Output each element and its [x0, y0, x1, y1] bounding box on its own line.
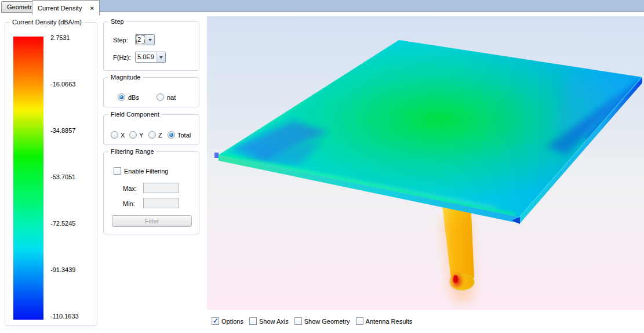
colorbar-tick-3: -53.7051 — [50, 173, 96, 180]
radio-total[interactable] — [168, 131, 175, 139]
field-component-group: Field Component X Y Z Total — [103, 114, 199, 145]
antenna-3d-render — [207, 16, 644, 310]
radio-x[interactable] — [111, 131, 118, 139]
min-label: Min: — [123, 200, 135, 207]
plate-top-face — [219, 40, 642, 217]
show-axis-label: Show Axis — [259, 318, 289, 325]
colorbar-group: Current Density (dBA/m) 2.7531 -16.0663 … — [5, 22, 97, 326]
chevron-down-icon — [159, 56, 163, 59]
radio-dbs-label: dBs — [128, 94, 139, 101]
max-input[interactable] — [143, 183, 179, 193]
freq-label: F(Hz): — [113, 54, 131, 61]
viewport-toolbar: Options Show Axis Show Geometry Antenna … — [212, 317, 412, 325]
tab-current-density[interactable]: Current Density × — [32, 0, 100, 15]
radio-nat-label: nat — [167, 94, 176, 101]
max-label: Max: — [123, 185, 137, 192]
field-component-group-title: Field Component — [108, 111, 162, 118]
freq-dropdown-button[interactable] — [157, 52, 165, 62]
freq-dropdown-value: 5.0E9 — [136, 52, 157, 62]
step-group-title: Step — [108, 18, 126, 25]
step-dropdown[interactable]: 2 — [135, 34, 155, 45]
colorbar-group-title: Current Density (dBA/m) — [10, 19, 84, 26]
colorbar-tick-1: -16.0663 — [50, 81, 96, 88]
step-dropdown-value: 2 — [136, 35, 145, 45]
enable-filtering-label: Enable Filtering — [124, 168, 168, 175]
show-axis-checkbox[interactable] — [249, 317, 257, 325]
colorbar-tick-2: -34.8857 — [50, 127, 96, 134]
options-label: Options — [221, 318, 243, 325]
probe-cylinder — [442, 201, 474, 303]
radio-z-label: Z — [158, 132, 162, 139]
min-input[interactable] — [143, 198, 179, 208]
radio-y-label: Y — [139, 132, 143, 139]
show-geometry-checkbox[interactable] — [294, 317, 302, 325]
colorbar-tick-5: -91.3439 — [50, 266, 96, 273]
radio-total-label: Total — [177, 132, 191, 139]
close-tab-icon[interactable]: × — [90, 5, 93, 11]
show-geometry-label: Show Geometry — [304, 318, 350, 325]
application-window: Geometry Current Density × Current Densi… — [0, 0, 644, 333]
colorbar-tick-6: -110.1633 — [50, 313, 96, 320]
step-label: Step: — [113, 37, 128, 44]
tab-current-density-label: Current Density — [38, 5, 82, 12]
antenna-results-label: Antenna Results — [366, 318, 413, 325]
enable-filtering-checkbox[interactable] — [114, 167, 121, 175]
render-viewport[interactable] — [207, 16, 644, 310]
radio-nat[interactable] — [157, 93, 164, 101]
antenna-results-checkbox[interactable] — [356, 317, 363, 325]
colorbar-tick-4: -72.5245 — [50, 220, 96, 227]
freq-dropdown[interactable]: 5.0E9 — [135, 52, 166, 63]
chevron-down-icon — [148, 39, 152, 41]
filter-button[interactable]: Filter — [112, 215, 192, 227]
tab-strip-background — [97, 0, 644, 12]
filtering-range-group-title: Filtering Range — [108, 148, 157, 155]
radio-dbs[interactable] — [118, 93, 125, 101]
radio-y[interactable] — [129, 131, 137, 139]
plate-left-tip — [214, 153, 219, 158]
radio-x-label: X — [121, 132, 125, 139]
colorbar-tick-0: 2.7531 — [50, 34, 96, 41]
colorbar-gradient — [13, 37, 43, 320]
tab-geometry-label: Geometry — [7, 3, 35, 10]
step-group: Step Step: 2 F(Hz): 5.0E9 — [103, 21, 199, 71]
radio-z[interactable] — [148, 131, 156, 139]
magnitude-group: Magnitude dBs nat — [103, 77, 199, 107]
options-checkbox[interactable] — [212, 317, 219, 325]
filtering-range-group: Filtering Range Enable Filtering Max: Mi… — [103, 151, 199, 234]
step-dropdown-button[interactable] — [145, 35, 154, 45]
magnitude-group-title: Magnitude — [108, 74, 143, 81]
tab-bar: Geometry Current Density × — [0, 0, 644, 13]
